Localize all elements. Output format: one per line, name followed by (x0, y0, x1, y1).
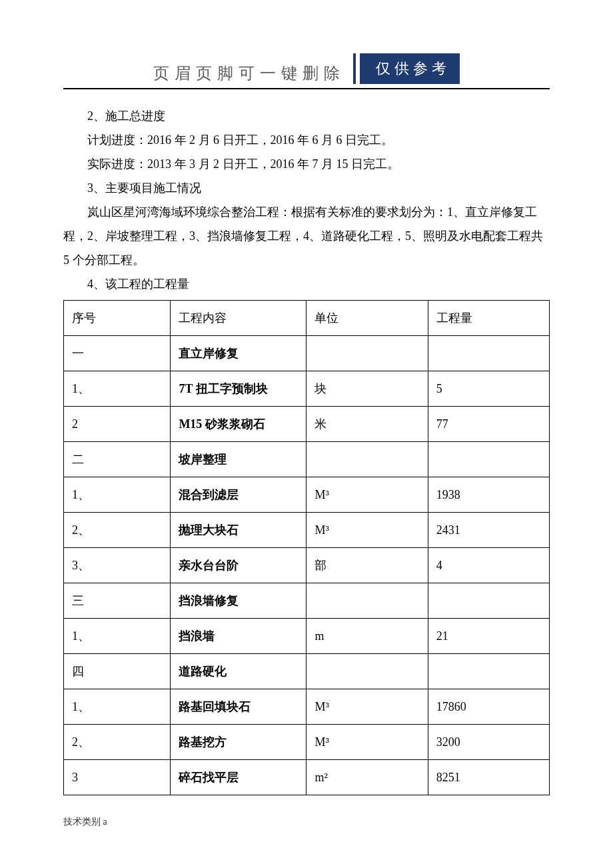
table-body: 一 直立岸修复 1、 7T 扭工字预制块 块 5 2 M15 砂浆浆砌石 米 7… (64, 336, 550, 795)
cell-content: 亲水台台阶 (171, 548, 306, 583)
cell-qty: 2431 (428, 513, 549, 548)
table-row: 1、 路基回填块石 M³ 17860 (64, 689, 550, 725)
table-row: 1、 7T 扭工字预制块 块 5 (64, 371, 550, 407)
cell-content: 碎石找平层 (171, 760, 306, 795)
cell-unit (306, 336, 428, 371)
cell-seq: 四 (64, 654, 171, 689)
paragraph: 4、该工程的工程量 (63, 272, 550, 296)
page-header: 页眉页脚可一键删除 仅供参考 (63, 53, 550, 84)
th-unit: 单位 (306, 301, 428, 336)
cell-qty: 3200 (428, 725, 549, 760)
table-row: 3、 亲水台台阶 部 4 (64, 548, 550, 583)
cell-qty (428, 654, 549, 689)
cell-qty (428, 336, 549, 371)
cell-seq: 1、 (64, 689, 171, 725)
table-row: 四 道路硬化 (64, 654, 550, 689)
cell-qty: 77 (428, 407, 549, 442)
table-row: 2、 路基挖方 M³ 3200 (64, 725, 550, 760)
cell-content: 抛理大块石 (171, 513, 306, 548)
table-row: 3 碎石找平层 m² 8251 (64, 760, 550, 795)
table-header-row: 序号 工程内容 单位 工程量 (64, 301, 550, 336)
cell-qty: 8251 (428, 760, 549, 795)
cell-unit: m (306, 619, 428, 654)
cell-content: 坡岸整理 (171, 442, 306, 477)
paragraph: 岚山区星河湾海域环境综合整治工程：根据有关标准的要求划分为：1、直立岸修复工程，… (63, 200, 550, 272)
cell-seq: 2、 (64, 513, 171, 548)
table-row: 2、 抛理大块石 M³ 2431 (64, 513, 550, 548)
cell-qty: 4 (428, 548, 549, 583)
cell-unit: M³ (306, 477, 428, 513)
cell-content: 挡浪墙 (171, 619, 306, 654)
cell-seq: 1、 (64, 477, 171, 513)
cell-unit: M³ (306, 725, 428, 760)
cell-unit: m² (306, 760, 428, 795)
cell-seq: 3、 (64, 548, 171, 583)
cell-content: 挡浪墙修复 (171, 583, 306, 619)
header-rule (63, 88, 550, 89)
cell-content: M15 砂浆浆砌石 (171, 407, 306, 442)
cell-seq: 2 (64, 407, 171, 442)
cell-seq: 三 (64, 583, 171, 619)
table-row: 一 直立岸修复 (64, 336, 550, 371)
header-title: 页眉页脚可一键删除 (153, 63, 345, 84)
table-row: 1、 混合到滤层 M³ 1938 (64, 477, 550, 513)
cell-unit (306, 442, 428, 477)
cell-seq: 1、 (64, 371, 171, 407)
paragraph: 3、主要项目施工情况 (63, 176, 550, 200)
cell-seq: 1、 (64, 619, 171, 654)
table-row: 2 M15 砂浆浆砌石 米 77 (64, 407, 550, 442)
cell-content: 路基挖方 (171, 725, 306, 760)
th-seq: 序号 (64, 301, 171, 336)
cell-content: 7T 扭工字预制块 (171, 371, 306, 407)
table-row: 1、 挡浪墙 m 21 (64, 619, 550, 654)
cell-seq: 一 (64, 336, 171, 371)
paragraph: 实际进度：2013 年 3 月 2 日开工，2016 年 7 月 15 日完工。 (63, 152, 550, 176)
cell-seq: 二 (64, 442, 171, 477)
cell-content: 路基回填块石 (171, 689, 306, 725)
quantities-table-wrap: 序号 工程内容 单位 工程量 一 直立岸修复 1、 7T 扭工字预制块 块 (63, 300, 550, 795)
cell-unit: 部 (306, 548, 428, 583)
cell-qty: 17860 (428, 689, 549, 725)
cell-qty: 5 (428, 371, 549, 407)
th-qty: 工程量 (428, 301, 549, 336)
cell-unit: 块 (306, 371, 428, 407)
cell-content: 混合到滤层 (171, 477, 306, 513)
cell-seq: 2、 (64, 725, 171, 760)
th-content: 工程内容 (171, 301, 306, 336)
cell-qty: 21 (428, 619, 549, 654)
cell-unit (306, 583, 428, 619)
table-row: 三 挡浪墙修复 (64, 583, 550, 619)
cell-unit: M³ (306, 513, 428, 548)
cell-seq: 3 (64, 760, 171, 795)
cell-unit: 米 (306, 407, 428, 442)
cell-unit (306, 654, 428, 689)
paragraph: 计划进度：2016 年 2 月 6 日开工，2016 年 6 月 6 日完工。 (63, 128, 550, 152)
table-row: 二 坡岸整理 (64, 442, 550, 477)
header-badge: 仅供参考 (360, 53, 460, 84)
cell-qty (428, 583, 549, 619)
quantities-table: 序号 工程内容 单位 工程量 一 直立岸修复 1、 7T 扭工字预制块 块 (63, 300, 550, 795)
cell-content: 道路硬化 (171, 654, 306, 689)
cell-qty: 1938 (428, 477, 549, 513)
cell-unit: M³ (306, 689, 428, 725)
paragraph: 2、施工总进度 (63, 104, 550, 128)
cell-qty (428, 442, 549, 477)
document-body: 2、施工总进度 计划进度：2016 年 2 月 6 日开工，2016 年 6 月… (63, 104, 550, 296)
cell-content: 直立岸修复 (171, 336, 306, 371)
page-footer: 技术类别 a (63, 816, 107, 828)
